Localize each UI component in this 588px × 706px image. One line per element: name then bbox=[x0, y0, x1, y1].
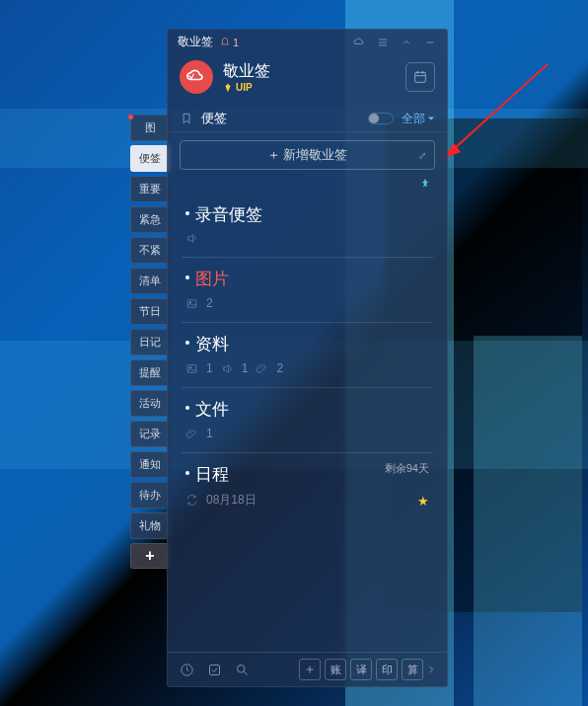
side-tab-5[interactable]: 清单 bbox=[130, 268, 170, 294]
pin-icon[interactable] bbox=[419, 178, 431, 190]
view-toggle[interactable] bbox=[368, 113, 394, 124]
side-tab-4[interactable]: 不紧 bbox=[130, 237, 170, 264]
footer-chip-账[interactable]: 账 bbox=[325, 659, 346, 680]
note-item[interactable]: 资料112 bbox=[182, 322, 433, 387]
tabs-row: 便签 全部 bbox=[168, 106, 447, 132]
side-tab-0[interactable]: 图 bbox=[130, 115, 170, 141]
search-button[interactable] bbox=[233, 661, 251, 678]
note-meta: 1 bbox=[185, 427, 429, 440]
side-tab-add[interactable]: + bbox=[130, 543, 170, 569]
svg-rect-2 bbox=[415, 72, 426, 82]
app-header: 敬业签 UIP bbox=[168, 52, 447, 106]
titlebar-app-name: 敬业签 bbox=[178, 34, 213, 50]
side-tab-8[interactable]: 提醒 bbox=[130, 359, 170, 386]
side-tab-9[interactable]: 活动 bbox=[130, 390, 170, 417]
footer-chip-印[interactable]: 印 bbox=[376, 659, 398, 680]
svg-point-9 bbox=[237, 665, 245, 672]
bullet-icon bbox=[185, 341, 189, 345]
footer-add-button[interactable] bbox=[299, 659, 321, 680]
image-count: 2 bbox=[206, 296, 213, 310]
svg-rect-5 bbox=[187, 364, 196, 372]
svg-point-4 bbox=[189, 301, 191, 303]
calendar-icon bbox=[412, 69, 428, 85]
note-item[interactable]: 日程08月18日剩余94天★ bbox=[182, 452, 433, 520]
side-tab-10[interactable]: 记录 bbox=[130, 421, 170, 447]
attach-count: 2 bbox=[276, 361, 283, 375]
side-tab-3[interactable]: 紧急 bbox=[130, 206, 170, 233]
svg-point-6 bbox=[189, 366, 191, 368]
note-meta: 112 bbox=[185, 361, 429, 375]
note-meta: 08月18日 bbox=[185, 492, 429, 509]
note-meta: 2 bbox=[185, 296, 429, 310]
chevron-right-icon bbox=[427, 666, 435, 673]
note-title: 录音便签 bbox=[195, 205, 262, 224]
new-note-button[interactable]: ＋ 新增敬业签 ⤢ bbox=[180, 140, 435, 170]
expand-icon: ⤢ bbox=[418, 150, 426, 161]
attachment-icon bbox=[256, 362, 268, 375]
note-badge: 剩余94天 bbox=[385, 461, 429, 476]
footer-more-button[interactable] bbox=[427, 659, 437, 680]
app-logo bbox=[180, 60, 213, 94]
done-button[interactable] bbox=[205, 661, 223, 678]
menu-icon bbox=[377, 37, 389, 48]
checkbox-icon bbox=[207, 663, 222, 677]
bullet-icon bbox=[185, 211, 189, 215]
filter-label: 全部 bbox=[402, 111, 425, 127]
vip-badge: UIP bbox=[223, 82, 270, 93]
svg-rect-3 bbox=[187, 299, 196, 307]
note-title: 图片 bbox=[195, 270, 229, 288]
chevron-down-icon bbox=[427, 115, 435, 122]
sync-button[interactable] bbox=[352, 36, 366, 49]
attach-count: 1 bbox=[206, 427, 213, 440]
clock-icon bbox=[180, 663, 194, 677]
side-tab-12[interactable]: 待办 bbox=[130, 482, 170, 509]
collapse-button[interactable] bbox=[400, 36, 413, 49]
bell-icon bbox=[219, 37, 231, 48]
side-tab-6[interactable]: 节日 bbox=[130, 298, 170, 325]
history-button[interactable] bbox=[178, 661, 195, 678]
note-title: 文件 bbox=[195, 400, 229, 419]
footer-chip-算[interactable]: 算 bbox=[402, 659, 423, 680]
new-note-label: ＋ 新增敬业签 bbox=[267, 146, 348, 164]
bookmark-icon bbox=[180, 112, 193, 125]
star-icon: ★ bbox=[417, 494, 429, 509]
note-list: 录音便签图片2资料112文件1日程08月18日剩余94天★ bbox=[168, 194, 447, 652]
minimize-icon bbox=[424, 37, 436, 48]
side-tab-11[interactable]: 通知 bbox=[130, 451, 170, 478]
speaker-icon bbox=[221, 362, 234, 375]
tab-notes[interactable]: 便签 bbox=[201, 110, 227, 127]
filter-dropdown[interactable]: 全部 bbox=[402, 111, 435, 127]
calendar-button[interactable] bbox=[405, 62, 435, 92]
titlebar: 敬业签 1 bbox=[168, 30, 447, 52]
note-title: 资料 bbox=[195, 335, 229, 353]
attachment-icon bbox=[185, 428, 198, 440]
note-meta bbox=[185, 232, 429, 245]
audio-count: 1 bbox=[242, 361, 249, 375]
side-tab-1[interactable]: 便签 bbox=[130, 145, 170, 172]
category-side-tabs: 图便签重要紧急不紧清单节日日记提醒活动记录通知待办礼物+ bbox=[130, 115, 170, 569]
pin-row bbox=[168, 178, 447, 194]
footer-chip-译[interactable]: 译 bbox=[350, 659, 372, 680]
side-tab-13[interactable]: 礼物 bbox=[130, 512, 170, 539]
image-count: 1 bbox=[206, 361, 213, 375]
plus-icon bbox=[304, 664, 316, 675]
minimize-button[interactable] bbox=[423, 36, 437, 49]
note-item[interactable]: 文件1 bbox=[182, 387, 433, 452]
image-icon bbox=[185, 297, 198, 310]
repeat-icon bbox=[185, 494, 198, 507]
note-title: 日程 bbox=[195, 465, 229, 484]
side-tab-2[interactable]: 重要 bbox=[130, 176, 170, 202]
search-icon bbox=[235, 663, 250, 677]
cloud-logo-icon bbox=[186, 67, 206, 87]
app-window: 敬业签 1 敬业签 UIP 便签 bbox=[167, 29, 448, 687]
side-tab-7[interactable]: 日记 bbox=[130, 329, 170, 355]
cloud-icon bbox=[353, 37, 365, 48]
svg-rect-8 bbox=[209, 665, 219, 674]
note-item[interactable]: 录音便签 bbox=[182, 194, 433, 257]
notification-badge[interactable]: 1 bbox=[219, 37, 239, 48]
note-item[interactable]: 图片2 bbox=[182, 257, 433, 322]
bullet-icon bbox=[185, 275, 189, 279]
menu-button[interactable] bbox=[376, 36, 390, 49]
app-title: 敬业签 bbox=[223, 61, 270, 82]
speaker-icon bbox=[185, 232, 198, 245]
